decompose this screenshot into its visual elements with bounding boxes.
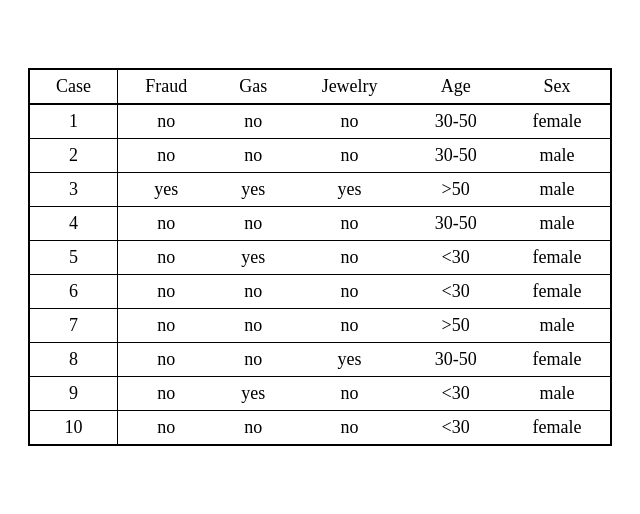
- cell-row9-col2: yes: [215, 377, 292, 411]
- table-row: 4nonono30-50male: [30, 207, 610, 241]
- cell-row3-col4: >50: [407, 173, 503, 207]
- cell-row4-col1: no: [117, 207, 214, 241]
- table-row: 6nonono<30female: [30, 275, 610, 309]
- table-row: 8nonoyes30-50female: [30, 343, 610, 377]
- cell-row5-col5: female: [504, 241, 610, 275]
- cell-row2-col3: no: [292, 139, 408, 173]
- cell-row10-col1: no: [117, 411, 214, 445]
- cell-row6-col1: no: [117, 275, 214, 309]
- data-table: CaseFraudGasJewelryAgeSex 1nonono30-50fe…: [30, 70, 610, 444]
- table-row: 5noyesno<30female: [30, 241, 610, 275]
- cell-row7-col5: male: [504, 309, 610, 343]
- cell-row3-col1: yes: [117, 173, 214, 207]
- cell-row7-col3: no: [292, 309, 408, 343]
- cell-row3-col2: yes: [215, 173, 292, 207]
- cell-row5-col2: yes: [215, 241, 292, 275]
- header-gas: Gas: [215, 70, 292, 104]
- table-header-row: CaseFraudGasJewelryAgeSex: [30, 70, 610, 104]
- cell-row2-col1: no: [117, 139, 214, 173]
- cell-row10-col0: 10: [30, 411, 117, 445]
- cell-row1-col0: 1: [30, 104, 117, 139]
- cell-row1-col2: no: [215, 104, 292, 139]
- cell-row9-col3: no: [292, 377, 408, 411]
- cell-row8-col3: yes: [292, 343, 408, 377]
- cell-row8-col0: 8: [30, 343, 117, 377]
- main-table-container: CaseFraudGasJewelryAgeSex 1nonono30-50fe…: [28, 68, 612, 446]
- cell-row9-col4: <30: [407, 377, 503, 411]
- header-case: Case: [30, 70, 117, 104]
- cell-row6-col2: no: [215, 275, 292, 309]
- cell-row3-col5: male: [504, 173, 610, 207]
- cell-row10-col4: <30: [407, 411, 503, 445]
- cell-row8-col5: female: [504, 343, 610, 377]
- cell-row2-col2: no: [215, 139, 292, 173]
- table-row: 2nonono30-50male: [30, 139, 610, 173]
- cell-row5-col3: no: [292, 241, 408, 275]
- cell-row1-col3: no: [292, 104, 408, 139]
- cell-row7-col4: >50: [407, 309, 503, 343]
- cell-row8-col2: no: [215, 343, 292, 377]
- cell-row5-col4: <30: [407, 241, 503, 275]
- header-jewelry: Jewelry: [292, 70, 408, 104]
- cell-row3-col0: 3: [30, 173, 117, 207]
- cell-row10-col5: female: [504, 411, 610, 445]
- cell-row1-col1: no: [117, 104, 214, 139]
- cell-row9-col5: male: [504, 377, 610, 411]
- cell-row6-col4: <30: [407, 275, 503, 309]
- cell-row7-col1: no: [117, 309, 214, 343]
- cell-row6-col0: 6: [30, 275, 117, 309]
- cell-row7-col2: no: [215, 309, 292, 343]
- table-body: 1nonono30-50female2nonono30-50male3yesye…: [30, 104, 610, 444]
- cell-row5-col1: no: [117, 241, 214, 275]
- table-row: 9noyesno<30male: [30, 377, 610, 411]
- header-age: Age: [407, 70, 503, 104]
- cell-row8-col4: 30-50: [407, 343, 503, 377]
- table-row: 7nonono>50male: [30, 309, 610, 343]
- cell-row4-col0: 4: [30, 207, 117, 241]
- cell-row10-col2: no: [215, 411, 292, 445]
- table-row: 1nonono30-50female: [30, 104, 610, 139]
- cell-row1-col5: female: [504, 104, 610, 139]
- table-row: 10nonono<30female: [30, 411, 610, 445]
- cell-row2-col4: 30-50: [407, 139, 503, 173]
- cell-row10-col3: no: [292, 411, 408, 445]
- cell-row4-col2: no: [215, 207, 292, 241]
- header-sex: Sex: [504, 70, 610, 104]
- cell-row4-col5: male: [504, 207, 610, 241]
- header-fraud: Fraud: [117, 70, 214, 104]
- cell-row7-col0: 7: [30, 309, 117, 343]
- cell-row2-col0: 2: [30, 139, 117, 173]
- cell-row1-col4: 30-50: [407, 104, 503, 139]
- cell-row8-col1: no: [117, 343, 214, 377]
- cell-row3-col3: yes: [292, 173, 408, 207]
- cell-row4-col4: 30-50: [407, 207, 503, 241]
- table-row: 3yesyesyes>50male: [30, 173, 610, 207]
- cell-row2-col5: male: [504, 139, 610, 173]
- cell-row6-col5: female: [504, 275, 610, 309]
- cell-row6-col3: no: [292, 275, 408, 309]
- cell-row4-col3: no: [292, 207, 408, 241]
- cell-row9-col1: no: [117, 377, 214, 411]
- cell-row9-col0: 9: [30, 377, 117, 411]
- cell-row5-col0: 5: [30, 241, 117, 275]
